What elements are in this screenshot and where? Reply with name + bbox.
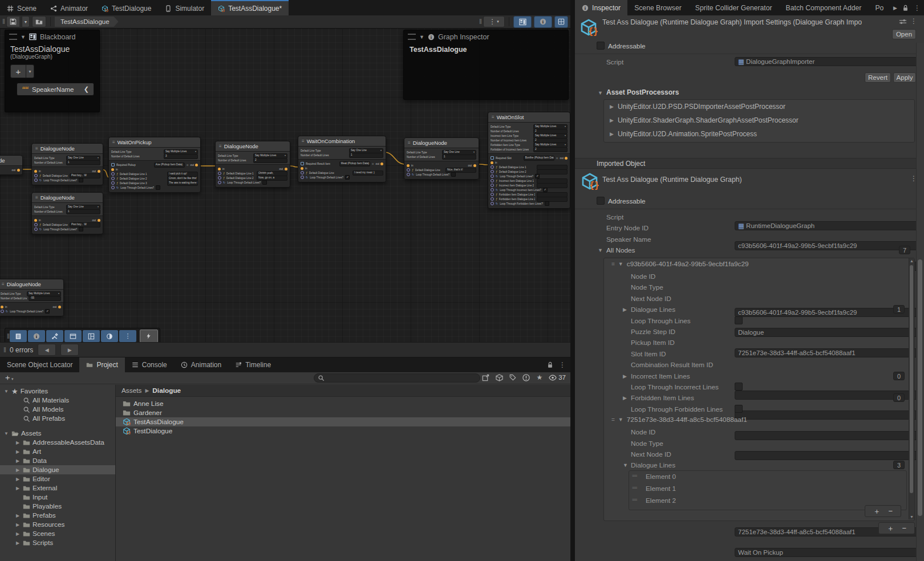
save-button[interactable] (6, 16, 19, 27)
create-asset-button[interactable]: ＋▾ (3, 373, 14, 383)
panel-divider[interactable] (570, 0, 575, 561)
breadcrumb-dialogue[interactable]: Dialogue (152, 387, 181, 395)
field-port[interactable] (34, 227, 38, 231)
row-field-entry-node-id[interactable]: c93b5606-401f-49a2-99b5-9ecbf1fa9c29 (735, 241, 924, 250)
node-text-field[interactable] (537, 183, 568, 188)
field-port[interactable] (491, 174, 494, 178)
field-port[interactable] (34, 174, 38, 177)
node-text-field[interactable]: Psst boy... W (70, 173, 100, 178)
object-picker-icon[interactable]: ⊙ (187, 164, 189, 166)
tree-item-art[interactable]: ▶ Art (0, 447, 115, 456)
foldout-arrow-icon[interactable]: ▼ (3, 431, 9, 436)
field-next-node-id[interactable]: 7251e73e-38d3-44ff-a8c5-bcf54088aaf1 (735, 348, 924, 357)
node-text-field[interactable]: I need my meat :) (352, 170, 383, 176)
add-node-button[interactable]: ＋ (887, 523, 894, 534)
field-pickup-item-id[interactable] (735, 410, 924, 420)
foldout-arrow-icon[interactable]: ▶ (15, 467, 21, 473)
field-port[interactable] (111, 177, 115, 180)
field-port[interactable] (1, 310, 4, 313)
node-checkbox[interactable] (79, 178, 83, 182)
in-port[interactable] (34, 170, 37, 173)
tree-item-prefabs[interactable]: ▶ Prefabs (0, 511, 115, 520)
node-number-field[interactable]: 1 (442, 155, 476, 160)
node-text-field[interactable]: Psst boy... W (70, 222, 100, 227)
package-icon[interactable] (496, 374, 503, 381)
node-text-field[interactable]: Now, go on, a (257, 176, 287, 181)
lock-icon[interactable] (902, 5, 909, 11)
out-port[interactable] (98, 219, 100, 222)
drag-handle-icon[interactable] (408, 34, 416, 40)
object-port[interactable] (111, 163, 115, 166)
in-port[interactable] (111, 168, 114, 171)
node-header[interactable]: ≡DialogueNode (216, 141, 290, 152)
postprocessor-item[interactable]: ▶UnityEditor.ShaderGraph.ShaderGraphAsse… (604, 113, 914, 127)
toggle-minimap-button[interactable] (554, 16, 568, 28)
field-port[interactable] (491, 193, 494, 196)
graph-tool-wrench-icon[interactable] (46, 330, 63, 342)
foldout-arrow-icon[interactable]: ▶ (15, 477, 21, 482)
graph-tool-halfpie-icon[interactable] (101, 330, 118, 342)
graph-node-waitoncombination-5[interactable]: ≡WaitOnCombinationDefault Line TypeSay O… (298, 136, 386, 182)
graph-node-startnode-0[interactable]: ≡StartNodeSpeakerNameout (0, 155, 23, 175)
tag-icon[interactable] (509, 374, 516, 381)
postprocessor-item[interactable]: ▶UnityEditor.U2D.Animation.SpritePostPro… (604, 127, 914, 141)
object-picker-icon[interactable]: ⊙ (372, 162, 374, 165)
scrollbar-thumb[interactable] (918, 259, 922, 516)
kebab-menu-icon[interactable]: ⋮ (559, 361, 566, 369)
node-header[interactable]: ≡DialogueNode (404, 138, 479, 148)
field-slot-item-id[interactable] (735, 431, 924, 440)
foldout-arrow-icon[interactable]: ▼ (3, 389, 9, 394)
foldout-arrow-icon[interactable]: ▶ (15, 540, 21, 546)
tab-project[interactable]: Project (79, 357, 124, 372)
inspector-tab-po[interactable]: Po (868, 0, 890, 15)
remove-element-button[interactable]: − (889, 507, 893, 515)
tab-scene-object-locator[interactable]: Scene Object Locator (0, 357, 79, 372)
tree-item-scripts[interactable]: ▶ Scripts (0, 538, 115, 547)
node-number-field[interactable]: 1 (66, 209, 100, 214)
out-port[interactable] (473, 164, 476, 167)
node-checkbox[interactable] (262, 180, 267, 185)
tab-timeline[interactable]: Timeline (228, 357, 278, 372)
field-port[interactable] (111, 172, 115, 176)
dropdown-node-type[interactable]: Wait On Pickup▼ (735, 548, 924, 557)
foldout-arrow-icon[interactable]: ▶ (15, 486, 21, 491)
foldout-arrow-icon[interactable]: ▶ (15, 440, 21, 445)
checkbox-loop-through-lines[interactable] (735, 316, 743, 324)
field-port[interactable] (34, 223, 38, 226)
doc-tab-scene[interactable]: Scene (0, 0, 43, 15)
field-port[interactable] (491, 184, 494, 187)
foldout-arrow-icon[interactable]: ▼ (419, 34, 424, 40)
in-port[interactable] (407, 164, 410, 167)
tree-item-addressableassetsdata[interactable]: ▶ AddressableAssetsData (0, 438, 115, 447)
addressable-checkbox[interactable] (597, 42, 605, 50)
node-number-field[interactable]: 1 (349, 153, 383, 158)
tree-item-scenes[interactable]: ▶ Scenes (0, 529, 115, 538)
inspector-tab-sprite-collider-generator[interactable]: Sprite Collider Generator (688, 0, 779, 15)
checkbox-loop-through-forbidden-lines[interactable] (735, 405, 743, 413)
in-port[interactable] (491, 161, 493, 164)
foldout-arrow-icon[interactable]: ▶ (15, 449, 21, 454)
checkbox-loop-through-incorrect-lines[interactable] (735, 383, 743, 391)
tree-item-all-materials[interactable]: All Materials (0, 396, 115, 405)
out-port[interactable] (380, 162, 383, 165)
graph-node-dialoguenode-2[interactable]: ≡DialogueNodeDefault Line TypeSay One Li… (31, 192, 103, 234)
doc-tab-simulator[interactable]: Simulator (158, 0, 211, 15)
inspector-tab-inspector[interactable]: i Inspector (575, 0, 627, 15)
kebab-menu-icon[interactable]: ⋮ (914, 4, 921, 12)
foldout-arrow-icon[interactable]: ▶ (15, 458, 21, 464)
foldout-arrow-icon[interactable]: ▶ (15, 531, 21, 536)
foldout-arrow-icon[interactable]: ▶ (15, 513, 21, 518)
tree-item-input[interactable]: Input (0, 493, 115, 502)
node-checkbox[interactable] (545, 201, 549, 206)
graph-tool-info-icon[interactable]: i (28, 330, 45, 342)
tree-item-assets[interactable]: ▼ Assets (0, 429, 115, 438)
dropdown-node-type[interactable]: Dialogue▼ (735, 328, 924, 337)
asset-anne-lise[interactable]: Anne Lise (116, 399, 570, 408)
node-text-field[interactable] (537, 197, 568, 202)
graph-node-dialoguenode-8[interactable]: ≡DialogueNodeDefault Line TypeSay Multip… (0, 279, 64, 316)
breadcrumb-assets[interactable]: Assets (121, 387, 141, 395)
field-port[interactable] (491, 188, 494, 192)
doc-tab-testassdialogue[interactable]: {} TestAssDialogue* (211, 0, 289, 15)
breadcrumb[interactable]: TestAssDialogue (55, 17, 119, 27)
lock-icon[interactable] (547, 361, 553, 368)
